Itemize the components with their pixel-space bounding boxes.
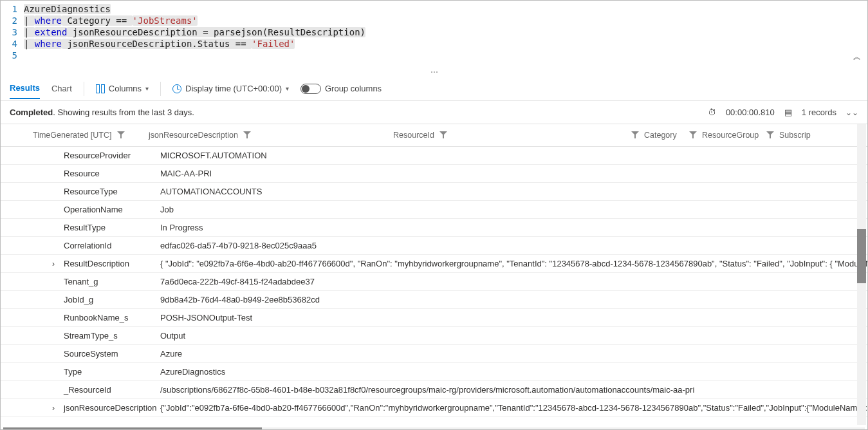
col-timegenerated[interactable]: TimeGenerated [UTC] (33, 131, 149, 140)
property-value: AUTOMATIONACCOUNTS (160, 187, 867, 196)
filter-icon[interactable] (117, 131, 125, 139)
property-name: SourceSystem (64, 349, 160, 359)
table-row[interactable]: RunbookName_sPOSH-JSONOutput-Test (1, 309, 867, 327)
expand-chevron-icon[interactable]: › (1, 259, 64, 268)
property-value: {"JobId":"e092fb7a-6f6e-4bd0-ab20-ff4677… (160, 403, 867, 413)
expand-chevron-icon[interactable]: ⌄⌄ (845, 108, 858, 117)
table-row[interactable]: CorrelationIdedfac026-da57-4b70-9218-8ec… (1, 237, 867, 255)
chevron-down-icon: ▾ (145, 85, 149, 92)
completed-detail: . Showing results from the last 3 days. (53, 108, 194, 117)
filter-icon[interactable] (766, 131, 774, 139)
results-toolbar: Results Chart Columns ▾ Display time (UT… (1, 77, 867, 101)
filter-icon[interactable] (243, 131, 251, 139)
collapse-editor-icon[interactable]: ︽ (853, 51, 861, 62)
toggle-off-icon[interactable] (300, 84, 321, 94)
property-value: 9db8a42b-76d4-48a0-b949-2ee8b53682cd (160, 295, 867, 304)
chevron-down-icon: ▾ (286, 85, 289, 92)
table-row[interactable]: JobId_g9db8a42b-76d4-48a0-b949-2ee8b5368… (1, 291, 867, 309)
line-number: 3 (1, 26, 24, 38)
group-columns-label: Group columns (325, 84, 382, 93)
scrollbar-thumb[interactable] (3, 427, 262, 430)
status-text: Completed. Showing results from the last… (10, 108, 194, 117)
vertical-scrollbar[interactable] (857, 124, 866, 425)
table-row[interactable]: ResourceProviderMICROSOFT.AUTOMATION (1, 147, 867, 165)
display-time-button[interactable]: Display time (UTC+00:00) ▾ (172, 84, 289, 93)
col-label: ResourceId (393, 131, 434, 140)
columns-button[interactable]: Columns ▾ (96, 84, 149, 93)
col-label: Subscrip (779, 131, 811, 140)
filter-icon[interactable] (689, 131, 697, 139)
filter-icon[interactable] (439, 131, 447, 139)
col-resourceid[interactable]: ResourceId (393, 131, 631, 140)
columns-label: Columns (109, 84, 142, 93)
scrollbar-thumb[interactable] (857, 229, 866, 283)
property-value: MAIC-AA-PRI (160, 169, 867, 178)
completed-label: Completed (10, 108, 53, 117)
property-name: _ResourceId (64, 385, 160, 395)
property-name: ResourceProvider (64, 151, 160, 160)
code-line[interactable]: | extend jsonResourceDescription = parse… (24, 26, 365, 38)
table-row[interactable]: Tenant_g7a6d0eca-222b-49cf-8415-f24adabd… (1, 273, 867, 291)
elapsed-time: 00:00:00.810 (726, 108, 775, 117)
property-value: 7a6d0eca-222b-49cf-8415-f24adabdee37 (160, 277, 867, 286)
table-row[interactable]: TypeAzureDiagnostics (1, 363, 867, 381)
code-line[interactable]: | where jsonResourceDescription.Status =… (24, 38, 295, 50)
col-category[interactable]: Category (631, 131, 689, 140)
tab-chart[interactable]: Chart (51, 79, 72, 98)
col-subscription[interactable]: Subscrip (766, 131, 818, 140)
col-resourcegroup[interactable]: ResourceGroup (689, 131, 766, 140)
property-name: StreamType_s (64, 331, 160, 341)
table-row[interactable]: ResultTypeIn Progress (1, 219, 867, 237)
col-jsonresourcedescription[interactable]: jsonResourceDescription (149, 131, 393, 140)
property-value: In Progress (160, 223, 867, 232)
code-line[interactable]: | where Category == 'JobStreams' (24, 15, 198, 26)
display-time-label: Display time (UTC+00:00) (185, 84, 282, 93)
query-editor[interactable]: 1AzureDiagnostics2| where Category == 'J… (1, 1, 867, 70)
property-value: MICROSOFT.AUTOMATION (160, 151, 867, 160)
stopwatch-icon: ⏱ (708, 108, 717, 117)
code-line[interactable]: AzureDiagnostics (24, 3, 111, 15)
col-label: ResourceGroup (702, 131, 759, 140)
property-name: Tenant_g (64, 277, 160, 286)
filter-icon[interactable] (631, 131, 639, 139)
horizontal-scrollbar[interactable] (3, 427, 865, 430)
table-row[interactable]: OperationNameJob (1, 201, 867, 219)
property-value: Job (160, 205, 867, 214)
property-name: jsonResourceDescription (64, 403, 160, 413)
col-label: TimeGenerated [UTC] (33, 131, 112, 140)
property-value: edfac026-da57-4b70-9218-8ec025c9aaa5 (160, 241, 867, 250)
property-name: CorrelationId (64, 241, 160, 250)
table-row[interactable]: ResourceMAIC-AA-PRI (1, 165, 867, 183)
col-label: jsonResourceDescription (149, 131, 238, 140)
records-icon: ▤ (784, 108, 793, 117)
columns-icon (96, 84, 105, 93)
line-number: 4 (1, 38, 24, 50)
separator (84, 82, 84, 96)
table-row[interactable]: StreamType_sOutput (1, 327, 867, 345)
result-tabs: Results Chart (10, 78, 72, 99)
table-row[interactable]: SourceSystemAzure (1, 345, 867, 363)
property-name: ResourceType (64, 187, 160, 196)
property-name: ResultDescription (64, 259, 160, 268)
table-row[interactable]: ResourceTypeAUTOMATIONACCOUNTS (1, 183, 867, 201)
line-number: 2 (1, 15, 24, 26)
results-grid: TimeGenerated [UTC] jsonResourceDescript… (1, 124, 867, 430)
expand-chevron-icon[interactable]: › (1, 404, 64, 413)
group-columns-toggle[interactable]: Group columns (300, 84, 382, 94)
table-row[interactable]: ›jsonResourceDescription{"JobId":"e092fb… (1, 399, 867, 417)
status-bar: Completed. Showing results from the last… (1, 101, 867, 124)
line-number: 1 (1, 3, 24, 15)
property-value: Output (160, 331, 867, 341)
property-name: ResultType (64, 223, 160, 232)
property-name: Resource (64, 169, 160, 178)
tab-results[interactable]: Results (10, 78, 40, 99)
property-name: Type (64, 367, 160, 377)
grid-header: TimeGenerated [UTC] jsonResourceDescript… (1, 124, 867, 147)
table-row[interactable]: ›ResultDescription{ "JobId": "e092fb7a-6… (1, 255, 867, 273)
table-row[interactable]: _ResourceId/subscriptions/68627f8c-65b8-… (1, 381, 867, 399)
col-label: Category (644, 131, 677, 140)
property-name: RunbookName_s (64, 313, 160, 322)
clock-icon (172, 84, 181, 93)
property-name: OperationName (64, 205, 160, 214)
property-name: JobId_g (64, 295, 160, 304)
